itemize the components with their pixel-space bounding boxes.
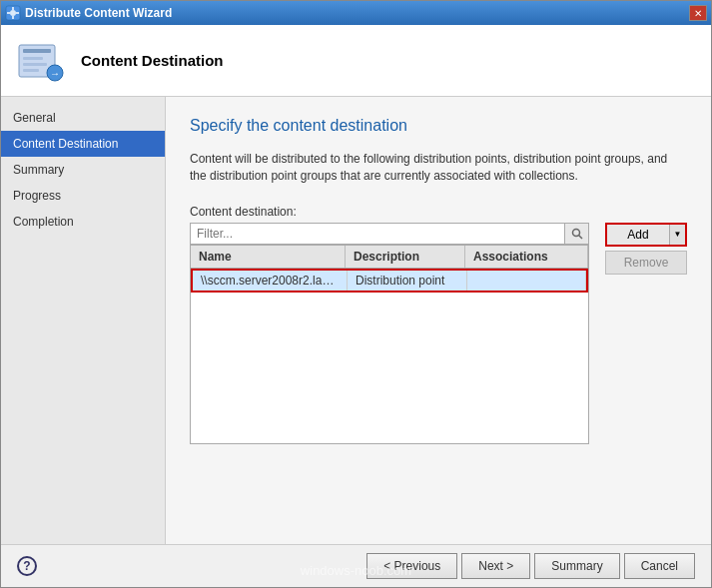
footer-left: ? — [17, 556, 37, 576]
wizard-window: Distribute Content Wizard ✕ → Content De… — [0, 0, 712, 588]
summary-button[interactable]: Summary — [534, 553, 619, 579]
field-label: Content destination: — [190, 205, 687, 219]
wizard-body: General Content Destination Summary Prog… — [1, 97, 711, 544]
right-panel: Add ▼ Remove — [597, 223, 687, 275]
window-title: Distribute Content Wizard — [25, 6, 172, 20]
wizard-header-icon: → — [17, 37, 65, 85]
col-header-associations: Associations — [465, 246, 588, 268]
filter-row — [190, 223, 589, 245]
previous-button[interactable]: < Previous — [366, 553, 457, 579]
svg-rect-8 — [23, 57, 43, 60]
main-content: Specify the content destination Content … — [166, 97, 711, 544]
cell-associations — [467, 271, 586, 291]
page-title: Specify the content destination — [190, 117, 687, 135]
table-header: Name Description Associations — [191, 246, 588, 269]
cell-name: \\sccm.server2008r2.lab... — [193, 271, 348, 291]
description-text: Content will be distributed to the follo… — [190, 151, 687, 185]
sidebar-item-completion[interactable]: Completion — [1, 209, 165, 235]
footer-right: < Previous Next > Summary Cancel — [366, 553, 695, 579]
svg-line-14 — [578, 235, 582, 239]
sidebar-item-content-destination[interactable]: Content Destination — [1, 131, 165, 157]
search-icon — [571, 228, 583, 240]
next-button[interactable]: Next > — [461, 553, 530, 579]
wizard-header: → Content Destination — [1, 25, 711, 97]
destination-table: Name Description Associations \\sccm.ser… — [190, 245, 589, 444]
cell-description: Distribution point — [348, 271, 467, 291]
col-header-name: Name — [191, 246, 346, 268]
svg-rect-10 — [23, 69, 39, 72]
filter-search-button[interactable] — [565, 223, 589, 245]
sidebar: General Content Destination Summary Prog… — [1, 97, 166, 544]
svg-rect-9 — [23, 63, 47, 66]
svg-rect-7 — [23, 49, 51, 53]
add-button-label: Add — [607, 228, 669, 242]
cancel-button[interactable]: Cancel — [624, 553, 695, 579]
titlebar-icon — [5, 5, 21, 21]
col-header-description: Description — [346, 246, 465, 268]
sidebar-item-progress[interactable]: Progress — [1, 183, 165, 209]
sidebar-item-summary[interactable]: Summary — [1, 157, 165, 183]
svg-point-1 — [10, 10, 16, 16]
svg-point-13 — [572, 229, 579, 236]
header-title: Content Destination — [81, 52, 224, 69]
titlebar: Distribute Content Wizard ✕ — [1, 1, 711, 25]
filter-and-table: Name Description Associations \\sccm.ser… — [190, 223, 589, 444]
add-dropdown-arrow[interactable]: ▼ — [669, 225, 685, 245]
help-button[interactable]: ? — [17, 556, 37, 576]
close-button[interactable]: ✕ — [689, 5, 707, 21]
filter-input[interactable] — [190, 223, 565, 245]
wizard-footer: ? < Previous Next > Summary Cancel — [1, 544, 711, 587]
titlebar-left: Distribute Content Wizard — [5, 5, 172, 21]
sidebar-item-general[interactable]: General — [1, 105, 165, 131]
table-row[interactable]: \\sccm.server2008r2.lab... Distribution … — [191, 269, 588, 293]
svg-text:→: → — [50, 68, 60, 79]
remove-button[interactable]: Remove — [605, 251, 687, 275]
add-button[interactable]: Add ▼ — [605, 223, 687, 247]
